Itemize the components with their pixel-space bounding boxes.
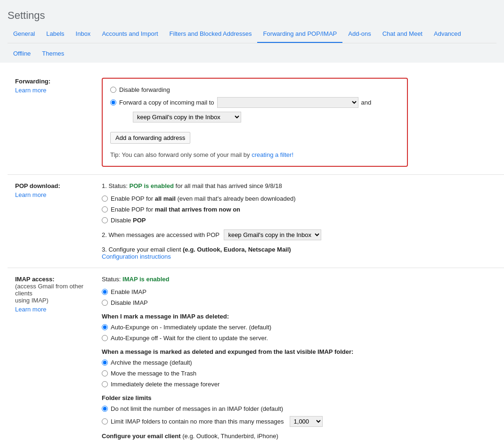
forwarding-tip: Tip: You can also forward only some of y… [110,151,399,158]
imap-deleted-heading: When I mark a message in IMAP as deleted… [102,313,496,320]
pop-disable-label: Disable POP [111,217,146,224]
tab-themes[interactable]: Themes [36,45,70,63]
nav-row2: Offline Themes [8,43,496,63]
forward-copy-row: Forward a copy of incoming mail to and [110,97,399,108]
forward-email-select[interactable] [217,97,358,108]
creating-filter-link[interactable]: creating a filter! [252,151,293,158]
tab-filters[interactable]: Filters and Blocked Addresses [164,25,258,43]
pop-enable-new-label: Enable POP for mail that arrives from no… [111,206,240,213]
pop-when-label: 2. When messages are accessed with POP [102,231,219,238]
pop-when-row: 2. When messages are accessed with POP k… [102,229,496,240]
imap-trash-row: Move the message to the Trash [102,370,496,377]
tab-addons[interactable]: Add-ons [342,25,376,43]
pop-enable-new-row: Enable POP for mail that arrives from no… [102,206,496,213]
pop-disable-radio[interactable] [102,217,108,223]
auto-expunge-off-radio[interactable] [102,335,108,341]
tab-inbox[interactable]: Inbox [70,25,97,43]
imap-disable-row: Disable IMAP [102,299,496,306]
settings-content: Forwarding: Learn more Disable forwardin… [0,63,504,441]
pop-label: POP download: [15,182,60,189]
forward-copy-label: Forward a copy of incoming mail to [119,99,214,106]
imap-label-cell: IMAP access: (access Gmail from other cl… [8,268,102,441]
auto-expunge-off-label: Auto-Expunge off - Wait for the client t… [111,335,268,342]
add-forward-container: Add a forwarding address [110,128,399,147]
tab-accounts[interactable]: Accounts and Import [96,25,163,43]
pop-configure-eg: (e.g. Outlook, Eudora, Netscape Mail) [181,246,291,253]
imap-trash-radio[interactable] [102,370,108,376]
pop-row: POP download: Learn more 1. Status: POP … [8,175,504,268]
imap-configure-label: Configure your email client [102,433,181,440]
keep-copy-row: keep Gmail's copy in the Inbox keep Gmai… [122,112,399,122]
auto-expunge-off-row: Auto-Expunge off - Wait for the client t… [102,335,496,342]
imap-expunged-heading: When a message is marked as deleted and … [102,348,496,355]
pop-status: 1. Status: POP is enabled for all mail t… [102,182,496,189]
pop-status-text: 1. Status: [102,182,130,189]
settings-table: Forwarding: Learn more Disable forwardin… [8,70,504,441]
imap-delete-forever-label: Immediately delete the message forever [111,381,219,388]
add-forwarding-address-button[interactable]: Add a forwarding address [110,132,190,144]
imap-configure-row: Configure your email client (e.g. Outloo… [102,433,496,440]
imap-learn-more[interactable]: Learn more [15,306,90,313]
disable-forwarding-label: Disable forwarding [119,86,170,93]
pop-label-cell: POP download: Learn more [8,175,102,268]
auto-expunge-on-row: Auto-Expunge on - Immediately update the… [102,324,496,331]
imap-trash-label: Move the message to the Trash [111,370,196,377]
page-title: Settings [8,5,496,25]
imap-delete-forever-radio[interactable] [102,381,108,387]
limit-radio[interactable] [102,418,108,425]
imap-enable-row: Enable IMAP [102,288,496,295]
keep-copy-select[interactable]: keep Gmail's copy in the Inbox keep Gmai… [133,112,241,122]
no-limit-row: Do not limit the number of messages in a… [102,405,496,412]
tab-offline[interactable]: Offline [8,45,36,63]
tab-forwarding[interactable]: Forwarding and POP/IMAP [257,25,342,43]
limit-label: Limit IMAP folders to contain no more th… [111,418,284,425]
imap-label: IMAP access: [15,276,55,283]
pop-configure-row: 3. Configure your email client (e.g. Out… [102,246,496,253]
tab-labels[interactable]: Labels [41,25,70,43]
forwarding-learn-more[interactable]: Learn more [15,87,90,94]
enable-forwarding-radio[interactable] [110,99,116,106]
forwarding-label: Forwarding: [15,78,50,85]
pop-learn-more[interactable]: Learn more [15,191,90,198]
imap-disable-radio[interactable] [102,300,108,306]
no-limit-radio[interactable] [102,406,108,412]
tab-advanced[interactable]: Advanced [428,25,467,43]
disable-forwarding-radio[interactable] [110,87,116,93]
imap-disable-label: Disable IMAP [111,299,148,306]
pop-enable-new-radio[interactable] [102,206,108,212]
pop-since-text: for all mail that has arrived since 9/8/… [174,182,282,189]
imap-enable-label: Enable IMAP [111,288,146,295]
pop-when-select[interactable]: keep Gmail's copy in the Inbox archive G… [224,229,321,240]
forwarding-label-cell: Forwarding: Learn more [8,70,102,175]
pop-configure-label: 3. Configure your email client [102,246,181,253]
pop-enable-all-row: Enable POP for all mail (even mail that'… [102,195,496,202]
no-limit-label: Do not limit the number of messages in a… [111,405,283,412]
imap-label3: using IMAP) [15,297,90,304]
imap-status: Status: IMAP is enabled [102,276,496,283]
main-nav: General Labels Inbox Accounts and Import… [8,25,496,43]
pop-config-instructions-link[interactable]: Configuration instructions [102,253,171,260]
limit-messages-select[interactable]: 1,000 2,000 5,000 10,000 [290,416,323,427]
imap-archive-row: Archive the message (default) [102,359,496,366]
tab-chat[interactable]: Chat and Meet [377,25,428,43]
imap-archive-radio[interactable] [102,359,108,366]
pop-value-cell: 1. Status: POP is enabled for all mail t… [102,175,504,268]
forwarding-box: Disable forwarding Forward a copy of inc… [102,78,408,167]
imap-enable-radio[interactable] [102,289,108,295]
auto-expunge-on-label: Auto-Expunge on - Immediately update the… [111,324,271,331]
pop-config-link-row: Configuration instructions [102,253,496,260]
imap-status-text: Status: [102,276,122,283]
tab-general[interactable]: General [8,25,41,43]
folder-limits-heading: Folder size limits [102,394,496,401]
pop-disable-row: Disable POP [102,217,496,224]
auto-expunge-on-radio[interactable] [102,324,108,330]
imap-configure-eg: (e.g. Outlook, Thunderbird, iPhone) [181,433,278,440]
limit-row: Limit IMAP folders to contain no more th… [102,416,496,427]
imap-row: IMAP access: (access Gmail from other cl… [8,268,504,441]
pop-enable-all-radio[interactable] [102,196,108,202]
tip-text: Tip: You can also forward only some of y… [110,151,250,158]
disable-forwarding-row: Disable forwarding [110,86,399,93]
imap-label2: (access Gmail from other clients [15,283,90,297]
and-label: and [361,99,372,106]
imap-enabled-text: IMAP is enabled [122,276,169,283]
